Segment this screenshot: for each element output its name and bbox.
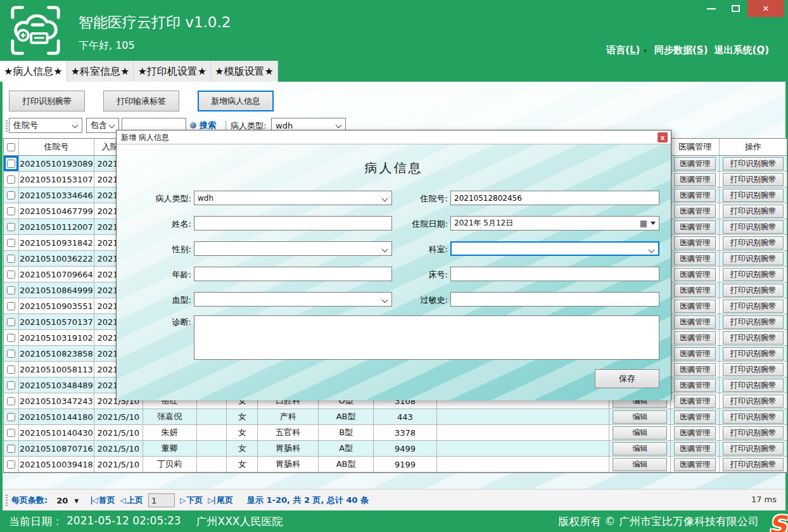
row-checkbox[interactable] bbox=[7, 429, 15, 437]
print-wristband-row-button[interactable]: 打印识别腕带 bbox=[723, 379, 784, 392]
gender-select[interactable] bbox=[194, 241, 392, 256]
row-checkbox[interactable] bbox=[7, 160, 15, 168]
print-wristband-row-button[interactable]: 打印识别腕带 bbox=[723, 252, 784, 265]
row-checkbox[interactable] bbox=[7, 318, 15, 326]
row-checkbox[interactable] bbox=[7, 334, 15, 342]
print-wristband-row-button[interactable]: 打印识别腕带 bbox=[723, 205, 784, 218]
orders-button[interactable]: 医嘱管理 bbox=[674, 252, 716, 265]
print-wristband-row-button[interactable]: 打印识别腕带 bbox=[723, 442, 784, 455]
last-page-button[interactable]: ▷|尾页 bbox=[208, 495, 233, 506]
filter-operator-select[interactable]: 包含 bbox=[86, 118, 119, 133]
print-wristband-row-button[interactable]: 打印识别腕带 bbox=[723, 331, 784, 345]
orders-button[interactable]: 医嘱管理 bbox=[674, 300, 716, 313]
print-wristband-row-button[interactable]: 打印识别腕带 bbox=[723, 300, 784, 313]
row-checkbox[interactable] bbox=[7, 397, 15, 405]
next-page-button[interactable]: ▷下页 bbox=[180, 495, 203, 506]
orders-button[interactable]: 医嘱管理 bbox=[674, 284, 716, 297]
save-button[interactable]: 保存 bbox=[595, 369, 659, 388]
row-checkbox[interactable] bbox=[7, 350, 15, 358]
orders-button[interactable]: 医嘱管理 bbox=[674, 331, 716, 345]
print-wristband-row-button[interactable]: 打印识别腕带 bbox=[723, 426, 784, 440]
row-checkbox[interactable] bbox=[7, 445, 15, 453]
filter-field-select[interactable]: 住院号 bbox=[9, 118, 82, 133]
edit-button[interactable]: 编辑 bbox=[613, 442, 667, 455]
row-checkbox[interactable] bbox=[7, 302, 15, 310]
row-checkbox[interactable] bbox=[7, 239, 15, 247]
edit-button[interactable]: 编辑 bbox=[613, 458, 667, 471]
edit-button[interactable]: 编辑 bbox=[613, 426, 667, 440]
print-wristband-row-button[interactable]: 打印识别腕带 bbox=[723, 189, 784, 202]
row-checkbox[interactable] bbox=[7, 381, 15, 390]
print-wristband-row-button[interactable]: 打印识别腕带 bbox=[723, 284, 784, 297]
orders-button[interactable]: 医嘱管理 bbox=[674, 379, 716, 392]
menu-exit-system[interactable]: 退出系统(Q) bbox=[715, 44, 769, 56]
row-checkbox[interactable] bbox=[7, 207, 15, 215]
orders-button[interactable]: 医嘱管理 bbox=[674, 410, 716, 424]
admission-date-picker[interactable]: 2021年 5月12日▦ bbox=[450, 216, 659, 231]
row-checkbox[interactable] bbox=[7, 175, 15, 184]
row-checkbox[interactable] bbox=[7, 286, 15, 294]
edit-button[interactable]: 编辑 bbox=[613, 410, 667, 424]
prev-page-button[interactable]: ◁上页 bbox=[120, 495, 143, 506]
row-checkbox[interactable] bbox=[7, 460, 15, 469]
print-wristband-row-button[interactable]: 打印识别腕带 bbox=[723, 363, 784, 376]
menu-language[interactable]: 语言(L) bbox=[606, 44, 640, 56]
patient-type-select[interactable]: wdh bbox=[194, 191, 392, 205]
print-wristband-row-button[interactable]: 打印识别腕带 bbox=[723, 347, 784, 360]
print-wristband-row-button[interactable]: 打印识别腕带 bbox=[723, 315, 784, 329]
orders-button[interactable]: 医嘱管理 bbox=[674, 220, 716, 234]
orders-button[interactable]: 医嘱管理 bbox=[674, 189, 716, 202]
dialog-close-button[interactable]: x bbox=[658, 132, 668, 142]
print-infusion-label-button[interactable]: 打印输液标签 bbox=[103, 91, 179, 111]
bed-number-input[interactable] bbox=[454, 267, 656, 281]
tab-patient-info[interactable]: ★病人信息★ bbox=[0, 61, 67, 82]
print-wristband-row-button[interactable]: 打印识别腕带 bbox=[723, 173, 784, 186]
row-checkbox[interactable] bbox=[7, 365, 15, 374]
page-number-input[interactable] bbox=[148, 493, 175, 507]
add-patient-button[interactable]: 新增病人信息 bbox=[198, 91, 274, 111]
print-wristband-row-button[interactable]: 打印识别腕带 bbox=[723, 410, 784, 424]
orders-button[interactable]: 医嘱管理 bbox=[674, 173, 716, 186]
admission-id-input[interactable] bbox=[454, 191, 656, 205]
print-wristband-row-button[interactable]: 打印识别腕带 bbox=[723, 268, 784, 281]
department-select[interactable] bbox=[450, 241, 659, 256]
blood-type-select[interactable] bbox=[194, 292, 392, 307]
age-input[interactable] bbox=[198, 267, 388, 281]
print-wristband-toolbar-button[interactable]: 打印识别腕带 bbox=[9, 91, 85, 111]
first-page-button[interactable]: |◁首页 bbox=[90, 495, 115, 506]
row-checkbox[interactable] bbox=[7, 270, 15, 279]
per-page-select[interactable]: 20 bbox=[56, 496, 68, 505]
print-wristband-row-button[interactable]: 打印识别腕带 bbox=[723, 458, 784, 471]
allergy-input[interactable] bbox=[454, 293, 656, 306]
maximize-button[interactable] bbox=[723, 0, 747, 17]
orders-button[interactable]: 医嘱管理 bbox=[674, 347, 716, 360]
orders-button[interactable]: 医嘱管理 bbox=[674, 315, 716, 329]
row-checkbox[interactable] bbox=[7, 255, 15, 263]
orders-button[interactable]: 医嘱管理 bbox=[674, 442, 716, 455]
orders-button[interactable]: 医嘱管理 bbox=[674, 363, 716, 376]
close-button[interactable]: ✕ bbox=[747, 0, 784, 17]
tab-department-info[interactable]: ★科室信息★ bbox=[67, 61, 134, 82]
orders-button[interactable]: 医嘱管理 bbox=[674, 205, 716, 218]
menu-sync-data[interactable]: 同步数据(S) bbox=[654, 44, 708, 56]
orders-button[interactable]: 医嘱管理 bbox=[674, 458, 716, 471]
cell-admission-id: 20210510870716 bbox=[19, 441, 94, 457]
row-checkbox[interactable] bbox=[7, 191, 15, 200]
select-all-checkbox[interactable] bbox=[7, 143, 15, 151]
print-wristband-row-button[interactable]: 打印识别腕带 bbox=[723, 236, 784, 250]
orders-button[interactable]: 医嘱管理 bbox=[674, 395, 716, 408]
row-checkbox[interactable] bbox=[7, 223, 15, 231]
print-wristband-row-button[interactable]: 打印识别腕带 bbox=[723, 220, 784, 234]
name-input[interactable] bbox=[198, 217, 388, 230]
minimize-button[interactable] bbox=[699, 0, 723, 17]
orders-button[interactable]: 医嘱管理 bbox=[674, 236, 716, 250]
print-wristband-row-button[interactable]: 打印识别腕带 bbox=[723, 395, 784, 408]
row-checkbox[interactable] bbox=[7, 413, 15, 421]
tab-printer-settings[interactable]: ★打印机设置★ bbox=[134, 61, 211, 82]
orders-button[interactable]: 医嘱管理 bbox=[674, 268, 716, 281]
diagnosis-textarea[interactable] bbox=[194, 315, 659, 360]
tab-template-settings[interactable]: ★模版设置★ bbox=[211, 61, 278, 82]
orders-button[interactable]: 医嘱管理 bbox=[674, 426, 716, 440]
orders-button[interactable]: 医嘱管理 bbox=[674, 157, 716, 170]
print-wristband-row-button[interactable]: 打印识别腕带 bbox=[723, 157, 784, 170]
